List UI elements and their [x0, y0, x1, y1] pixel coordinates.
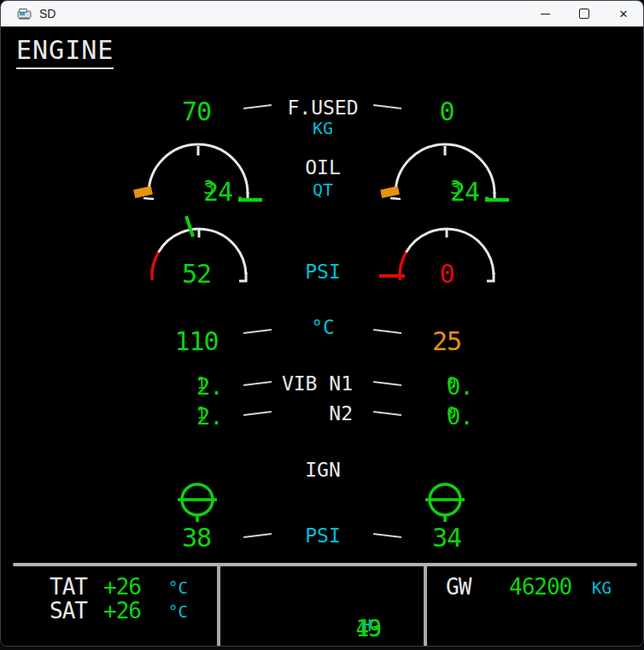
oil-unit: QT: [257, 179, 389, 200]
igniter-symbol-right: [421, 479, 469, 527]
oil-label: OIL: [257, 156, 389, 179]
tat-unit: °C: [168, 578, 188, 597]
oil-temp-right-value: 25: [386, 326, 507, 356]
minimize-icon: [541, 14, 550, 15]
oil-press-needle: [186, 216, 193, 237]
fuel-press-left-value: 38: [136, 523, 257, 553]
fuel-used-label: F.USED: [257, 97, 389, 119]
app-icon: [17, 8, 32, 20]
fuel-used-right-value: 0: [386, 97, 507, 126]
window-title: SD: [39, 7, 56, 20]
oil-press-unit: PSI: [257, 261, 389, 283]
tat-value: +26: [103, 574, 141, 600]
close-button[interactable]: ✕: [604, 1, 643, 26]
utc-time: 13H49: [257, 600, 389, 647]
fuel-used-left-value: 70: [136, 97, 257, 126]
ign-label: IGN: [257, 459, 389, 481]
gw-unit: KG: [592, 578, 612, 597]
oil-temp-unit: °C: [257, 316, 389, 338]
maximize-icon: [579, 9, 589, 19]
maximize-button[interactable]: [565, 1, 604, 26]
footer-divider-right: [424, 566, 427, 647]
vib-n2-label: N2: [257, 402, 389, 425]
tat-label: TAT: [50, 574, 87, 600]
fuel-press-right-value: 34: [386, 523, 507, 553]
ecam-engine-page: ENGINE 70 F.USED 0 KG: [1, 26, 643, 646]
desktop: SD ✕ ENGINE 70 F.USED 0 KG: [0, 0, 644, 650]
vib-n1-label: VIB N1: [257, 372, 389, 395]
minimize-button[interactable]: [525, 1, 565, 26]
time-minutes: 49: [356, 616, 381, 641]
igniter-symbol-left: [173, 479, 221, 527]
fuel-used-unit: KG: [257, 118, 389, 138]
sd-window: SD ✕ ENGINE 70 F.USED 0 KG: [0, 0, 644, 647]
gw-value: 46200: [509, 574, 571, 600]
oil-temp-left-value: 110: [136, 326, 257, 356]
window-titlebar[interactable]: SD ✕: [1, 1, 643, 26]
oil-low-mark: [133, 186, 153, 198]
footer-divider-horizontal: [13, 563, 637, 566]
oil-press-left-value: 52: [136, 259, 257, 289]
sat-value: +26: [103, 598, 141, 624]
fuel-press-unit: PSI: [257, 524, 389, 547]
sat-label: SAT: [50, 598, 87, 624]
gw-label: GW: [446, 574, 471, 600]
close-icon: ✕: [619, 8, 629, 20]
sat-unit: °C: [168, 602, 188, 621]
footer-divider-left: [217, 566, 220, 647]
page-title: ENGINE: [16, 35, 114, 69]
oil-press-right-value: 0: [386, 259, 507, 289]
